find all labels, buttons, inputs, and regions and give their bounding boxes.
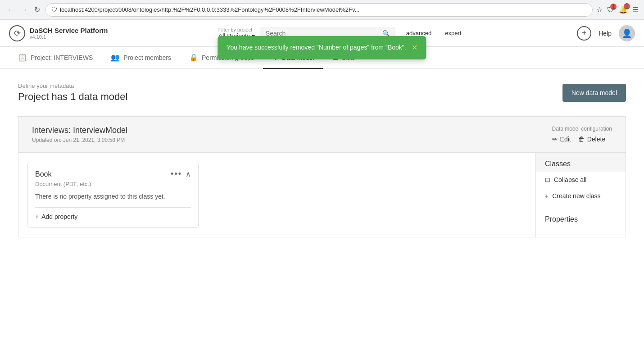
sidebar-divider	[536, 206, 626, 206]
plus-icon: +	[35, 213, 39, 220]
logo-text: DaSCH Service Platform v4.10.1	[30, 27, 108, 40]
reload-button[interactable]: ↻	[32, 5, 42, 15]
class-card-header: Book ••• ∧	[35, 169, 191, 179]
platform-name: DaSCH Service Platform	[30, 27, 108, 34]
bookmark-icon[interactable]: ☆	[596, 5, 603, 14]
browser-bar: ← → ↻ 🛡 localhost:4200/project/0008/onto…	[0, 0, 644, 20]
url-text: localhost:4200/project/0008/ontologies/h…	[60, 6, 359, 13]
toast-notification: You have successfully removed "Number of…	[218, 36, 426, 59]
new-data-model-button[interactable]: New data model	[562, 84, 626, 102]
security-icon: 🛡	[51, 6, 57, 13]
add-button[interactable]: +	[577, 26, 591, 41]
data-model-header: Interviews: InterviewModel Updated on: J…	[18, 116, 626, 153]
metadata-text: Define your metadata Project has 1 data …	[18, 82, 127, 103]
add-property-button[interactable]: + Add property	[35, 213, 77, 220]
toast-message: You have successfully removed "Number of…	[227, 43, 406, 52]
classes-section-title: Classes	[536, 153, 626, 172]
extension-badge-2[interactable]: 🔔1	[619, 5, 628, 14]
lock-icon: 🔒	[189, 53, 198, 62]
address-bar[interactable]: 🛡 localhost:4200/project/0008/ontologies…	[45, 3, 593, 17]
create-class-icon: +	[545, 192, 549, 200]
help-button[interactable]: Help	[599, 30, 612, 37]
forward-button[interactable]: →	[19, 5, 30, 15]
browser-icons: ☆ 🛡1 🔔1 ☰	[596, 5, 639, 14]
class-name: Book	[35, 170, 51, 178]
toast-overlay: You have successfully removed "Number of…	[218, 36, 426, 59]
class-card-book: Book ••• ∧ Document (PDF, etc.) There is…	[27, 162, 199, 228]
metadata-header: Define your metadata Project has 1 data …	[18, 82, 626, 103]
metadata-title: Project has 1 data model	[18, 91, 127, 103]
extension-badge-1[interactable]: 🛡1	[607, 6, 614, 14]
config-actions: ✏ Edit 🗑 Delete	[552, 136, 612, 143]
class-type: Document (PDF, etc.)	[35, 181, 191, 187]
data-model-title: Interviews: InterviewModel	[32, 126, 127, 135]
content-layout: Book ••• ∧ Document (PDF, etc.) There is…	[18, 153, 626, 237]
project-icon: 📋	[18, 53, 27, 62]
data-model-info: Interviews: InterviewModel Updated on: J…	[32, 126, 127, 143]
more-options-button[interactable]: •••	[171, 169, 182, 179]
collapse-all-icon: ⊟	[545, 176, 550, 183]
back-button[interactable]: ←	[5, 5, 16, 15]
create-class-button[interactable]: + Create new class	[536, 188, 626, 204]
tab-project[interactable]: 📋 Project: INTERVIEWS	[9, 47, 102, 69]
data-model-section: Interviews: InterviewModel Updated on: J…	[18, 116, 626, 237]
edit-button[interactable]: ✏ Edit	[552, 136, 571, 143]
edit-icon: ✏	[552, 136, 558, 143]
tab-members[interactable]: 👥 Project members	[102, 47, 180, 69]
filter-label: Filter by project	[218, 27, 255, 32]
trash-icon: 🗑	[578, 136, 585, 143]
menu-icon[interactable]: ☰	[632, 5, 639, 14]
collapse-all-button[interactable]: ⊟ Collapse all	[536, 172, 626, 188]
header-right: + Help 👤	[577, 25, 635, 41]
class-card-actions: ••• ∧	[171, 169, 191, 179]
config-label: Data model configuration	[552, 126, 612, 132]
metadata-subtitle: Define your metadata	[18, 82, 127, 89]
collapse-button[interactable]: ∧	[186, 170, 191, 178]
platform-version: v4.10.1	[30, 34, 108, 40]
sidebar-panel: Classes ⊟ Collapse all + Create new clas…	[535, 153, 626, 237]
properties-section-title: Properties	[536, 208, 626, 227]
data-model-updated: Updated on: Jun 21, 2021, 3:00:58 PM	[32, 137, 127, 143]
data-model-config: Data model configuration ✏ Edit 🗑 Delete	[552, 126, 612, 143]
skill-tag-expert[interactable]: expert	[440, 28, 467, 38]
classes-area: Book ••• ∧ Document (PDF, etc.) There is…	[18, 153, 535, 237]
members-icon: 👥	[111, 53, 120, 62]
avatar[interactable]: 👤	[619, 25, 635, 41]
no-property-message: There is no property assigned to this cl…	[35, 193, 191, 200]
main-content: Define your metadata Project has 1 data …	[0, 69, 644, 251]
browser-nav: ← → ↻	[5, 5, 42, 15]
delete-button[interactable]: 🗑 Delete	[578, 136, 605, 143]
logo-icon: ⟳	[9, 25, 25, 41]
logo-area: ⟳ DaSCH Service Platform v4.10.1	[9, 25, 108, 41]
toast-close-button[interactable]: ✕	[412, 43, 417, 52]
